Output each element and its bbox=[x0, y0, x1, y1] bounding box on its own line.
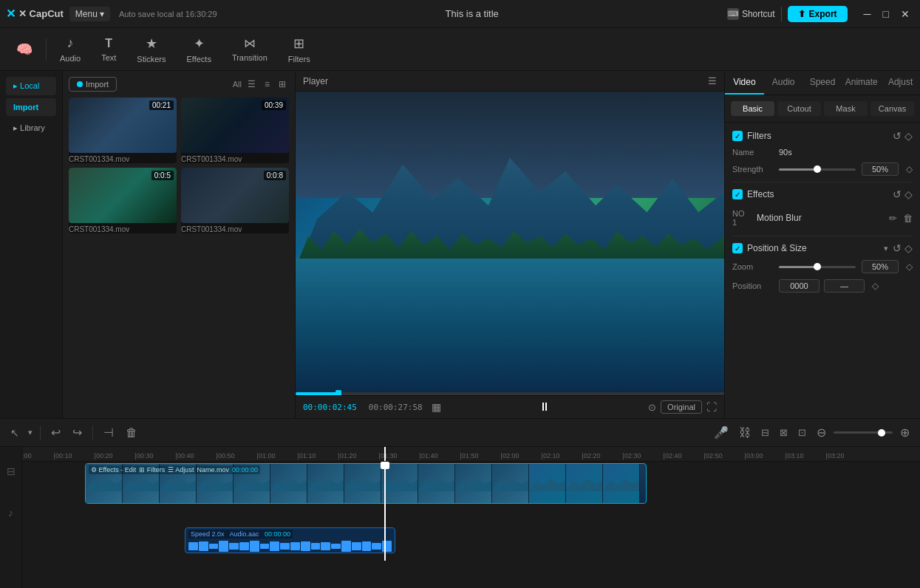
split-button[interactable]: ⊣ bbox=[100, 424, 117, 441]
tl-right-controls: 🎤 ⛓ ⊟ ⊠ ⊡ ⊖ ⊕ bbox=[711, 424, 913, 441]
sidebar-import[interactable]: Import bbox=[6, 98, 56, 116]
audio-track[interactable]: Speed 2.0x Audio.aac 00:00:00 bbox=[185, 527, 395, 553]
effects-reset[interactable]: ↺ bbox=[893, 188, 902, 200]
toolbar-audio[interactable]: ♪ Audio bbox=[50, 31, 91, 67]
shortcut-button[interactable]: ⌨ Shortcut bbox=[727, 8, 775, 20]
position-section-header: ✓ Position & Size ▾ ↺ ◇ bbox=[732, 242, 913, 254]
mic-button[interactable]: 🎤 bbox=[711, 424, 732, 441]
wave-6 bbox=[239, 542, 249, 551]
fullscreen-button[interactable]: ⛶ bbox=[706, 401, 717, 413]
position-x-value[interactable]: 0000 bbox=[779, 279, 820, 293]
tab-audio[interactable]: Audio bbox=[764, 71, 803, 95]
zoom-in-button[interactable]: ⊕ bbox=[897, 424, 913, 441]
zoom-slider-tl[interactable] bbox=[834, 431, 893, 434]
tab-adjust[interactable]: Adjust bbox=[881, 71, 920, 95]
right-content: ✓ Filters ↺ ◇ Name 90s Strength 50% ◇ bbox=[725, 123, 920, 418]
player-menu-button[interactable]: ☰ bbox=[708, 75, 717, 86]
main-track-icon[interactable]: ⊟ bbox=[7, 465, 16, 477]
effect-edit-button-1[interactable]: ✏ bbox=[889, 213, 897, 224]
close-button[interactable]: ✕ bbox=[896, 8, 914, 20]
minimize-button[interactable]: ─ bbox=[859, 8, 876, 20]
sidebar-library[interactable]: ▸ Library bbox=[6, 119, 56, 137]
media-item-3[interactable]: 0:0:5 CRST001334.mov bbox=[69, 168, 177, 233]
video-track[interactable]: ⚙ Effects - Edit ⊞ Filters ☰ Adjust Name… bbox=[85, 463, 647, 504]
undo-button[interactable]: ↩ bbox=[48, 424, 64, 441]
video-progress-thumb[interactable] bbox=[335, 390, 341, 395]
audio-track-row: Speed 2.0x Audio.aac 00:00:00 bbox=[22, 524, 909, 561]
position-diamond[interactable]: ◇ bbox=[872, 281, 879, 291]
title-bar: ✕ ✕ CapCut Menu ▾ Auto save local at 16:… bbox=[0, 0, 920, 28]
all-label: All bbox=[233, 80, 242, 89]
player-controls: 00:00:02:45 00:00:27:58 ▦ ⏸ ⊙ Original ⛶ bbox=[296, 395, 724, 418]
transition-label: Transition bbox=[232, 53, 268, 62]
select-tool[interactable]: ↖ bbox=[7, 425, 22, 440]
filters-check[interactable]: ✓ bbox=[732, 131, 743, 141]
restore-button[interactable]: □ bbox=[879, 8, 893, 20]
media-item-4[interactable]: 0:0:8 CRST001334.mov bbox=[181, 168, 289, 233]
filters-strength-slider[interactable] bbox=[779, 168, 856, 171]
zoom-out-button[interactable]: ⊖ bbox=[814, 424, 829, 441]
filter-toggle[interactable]: ☰ bbox=[245, 78, 259, 91]
effects-label: Effects bbox=[186, 55, 211, 64]
effects-diamond[interactable]: ◇ bbox=[904, 188, 913, 200]
timeline-tracks-scroll[interactable]: |00:00 |00:10 |00:20 |00:30 |00:40 bbox=[22, 447, 920, 588]
import-dot bbox=[77, 81, 83, 87]
tl-view-button[interactable]: ⊠ bbox=[777, 425, 791, 440]
effects-title: Effects bbox=[747, 189, 888, 199]
link-button[interactable]: ⛓ bbox=[736, 425, 754, 441]
zoom-diamond[interactable]: ◇ bbox=[906, 261, 913, 272]
toolbar-text[interactable]: T Text bbox=[91, 33, 126, 66]
toolbar-transition[interactable]: ⋈ Transition bbox=[222, 32, 278, 66]
filters-strength-diamond[interactable]: ◇ bbox=[906, 164, 913, 174]
media-item-2[interactable]: 00:39 CRST001334.mov bbox=[181, 98, 289, 163]
play-pause-button[interactable]: ⏸ bbox=[447, 400, 642, 414]
subtab-basic[interactable]: Basic bbox=[731, 101, 774, 116]
position-y-value[interactable]: — bbox=[824, 279, 865, 293]
zoom-value[interactable]: 50% bbox=[862, 260, 899, 273]
select-dropdown[interactable]: ▾ bbox=[28, 428, 33, 437]
filters-strength-thumb[interactable] bbox=[814, 165, 821, 173]
delete-button[interactable]: 🗑 bbox=[123, 425, 140, 441]
toolbar-ai[interactable]: 🧠 bbox=[6, 37, 43, 62]
position-diamond[interactable]: ◇ bbox=[904, 242, 913, 254]
position-reset[interactable]: ↺ bbox=[893, 242, 902, 254]
position-expand[interactable]: ▾ bbox=[884, 244, 888, 253]
effects-check[interactable]: ✓ bbox=[732, 189, 743, 199]
subtab-mask[interactable]: Mask bbox=[824, 101, 868, 116]
sidebar-local[interactable]: ▸ Local bbox=[6, 77, 56, 95]
wave-2 bbox=[199, 541, 208, 552]
camera-reset-button[interactable]: ⊙ bbox=[648, 402, 656, 413]
filters-name-row: Name 90s bbox=[732, 148, 913, 157]
tl-snap-button[interactable]: ⊟ bbox=[758, 425, 772, 440]
subtab-canvas[interactable]: Canvas bbox=[870, 101, 914, 116]
wave-1 bbox=[188, 542, 198, 550]
audio-icon: ♪ bbox=[67, 35, 74, 51]
zoom-slider[interactable] bbox=[779, 266, 856, 268]
tl-merge-button[interactable]: ⊡ bbox=[795, 425, 809, 440]
subtab-cutout[interactable]: Cutout bbox=[777, 101, 821, 116]
original-ratio-button[interactable]: Original bbox=[661, 400, 702, 414]
logo-icon: ✕ bbox=[6, 7, 16, 21]
project-title[interactable]: This is a title bbox=[223, 8, 721, 19]
tab-video[interactable]: Video bbox=[725, 71, 764, 95]
zoom-thumb-tl[interactable] bbox=[878, 429, 885, 437]
filters-strength-value[interactable]: 50% bbox=[862, 163, 899, 176]
zoom-thumb[interactable] bbox=[814, 263, 821, 270]
filters-diamond[interactable]: ◇ bbox=[904, 130, 913, 142]
redo-button[interactable]: ↪ bbox=[69, 424, 85, 441]
audio-track-icon[interactable]: ♪ bbox=[8, 507, 13, 519]
tab-animate[interactable]: Animate bbox=[842, 71, 881, 95]
toolbar-stickers[interactable]: ★ Stickers bbox=[126, 31, 176, 68]
import-button[interactable]: Import bbox=[69, 77, 117, 92]
position-check[interactable]: ✓ bbox=[732, 243, 743, 253]
effect-delete-button-1[interactable]: 🗑 bbox=[903, 213, 913, 224]
tab-speed[interactable]: Speed bbox=[803, 71, 842, 95]
list-view-btn[interactable]: ≡ bbox=[262, 78, 273, 91]
toolbar-filters[interactable]: ⊞ Filters bbox=[278, 31, 321, 68]
menu-button[interactable]: Menu ▾ bbox=[69, 7, 110, 21]
filters-reset[interactable]: ↺ bbox=[893, 130, 902, 142]
media-item-1[interactable]: 00:21 CRST001334.mov bbox=[69, 98, 177, 163]
export-button[interactable]: ⬆ Export bbox=[788, 6, 848, 22]
toolbar-effects[interactable]: ✦ Effects bbox=[176, 31, 221, 68]
grid-view-btn[interactable]: ⊞ bbox=[276, 78, 289, 91]
